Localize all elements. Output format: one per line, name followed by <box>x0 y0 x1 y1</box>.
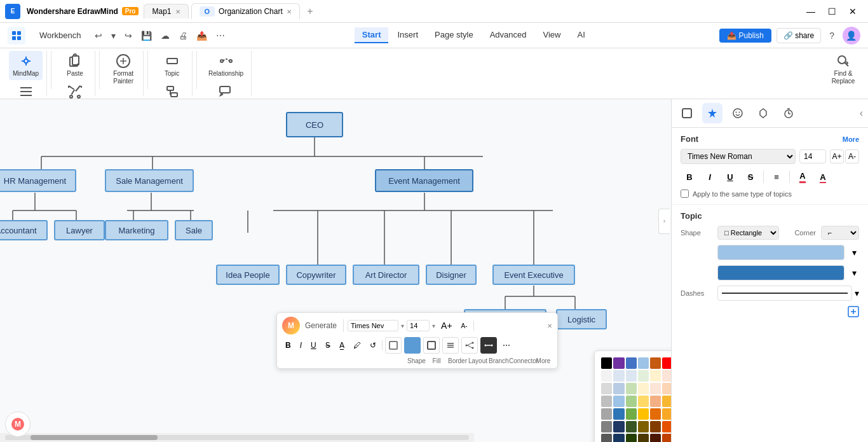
align-btn[interactable]: ≡ <box>768 168 785 186</box>
find-replace-button[interactable]: Find &Replace <box>827 51 859 88</box>
ft-close[interactable]: ✕ <box>547 322 552 329</box>
panel-tab-style[interactable] <box>753 103 773 123</box>
cloud-button[interactable]: ☁ <box>158 29 173 43</box>
dashes-dropdown[interactable]: ▾ <box>855 288 859 298</box>
palette-cell[interactable] <box>613 370 624 382</box>
highlight-btn[interactable]: A <box>814 168 832 186</box>
palette-cell[interactable] <box>638 421 649 432</box>
palette-cell[interactable] <box>662 434 671 442</box>
close-button[interactable]: ✕ <box>843 4 863 19</box>
fill-dropdown[interactable]: ▾ <box>850 247 859 258</box>
ft-connector-btn[interactable] <box>480 337 497 354</box>
ft-font-size-input[interactable] <box>407 320 430 331</box>
palette-cell[interactable] <box>613 396 624 407</box>
help-button[interactable]: ? <box>826 29 837 43</box>
ft-generate-label[interactable]: Generate <box>302 320 339 331</box>
ft-reset[interactable]: ↺ <box>367 340 379 351</box>
menu-start[interactable]: Start <box>355 27 389 43</box>
more-button[interactable]: ⋯ <box>213 29 228 43</box>
color-lightblue[interactable] <box>638 357 649 369</box>
ft-border-btn[interactable] <box>423 337 440 354</box>
ft-color[interactable]: A̲ <box>336 340 348 351</box>
palette-cell[interactable] <box>601 408 612 420</box>
palette-cell[interactable] <box>613 408 624 420</box>
font-family-select[interactable]: Times New Roman Arial Helvetica <box>681 149 796 164</box>
save-button[interactable]: 💾 <box>138 29 155 43</box>
palette-cell[interactable] <box>662 421 671 432</box>
publish-button[interactable]: 📤 Publish <box>719 29 771 43</box>
node-event-exec[interactable]: Event Executive <box>492 265 575 285</box>
collapse-panel-button[interactable]: › <box>658 209 670 234</box>
node-logistic[interactable]: Logistic <box>556 309 607 329</box>
strikethrough-btn[interactable]: S <box>742 168 759 186</box>
palette-cell[interactable] <box>601 434 612 442</box>
palette-cell[interactable] <box>626 408 637 420</box>
palette-cell[interactable] <box>626 434 637 442</box>
tab-org-chart[interactable]: O Organization Chart ✕ <box>191 3 300 19</box>
palette-cell[interactable] <box>662 370 671 382</box>
decrease-font-btn[interactable]: A- <box>845 149 859 163</box>
ft-font-family-input[interactable] <box>348 320 398 331</box>
ft-bold[interactable]: B <box>282 340 294 351</box>
palette-cell[interactable] <box>613 434 624 442</box>
menu-ai[interactable]: AI <box>569 27 592 43</box>
undo-dropdown[interactable]: ▾ <box>108 29 119 43</box>
corner-select[interactable]: ⌐ r <box>821 226 859 240</box>
panel-tab-shape[interactable] <box>677 103 697 123</box>
mindmap-view-button[interactable]: MindMap <box>9 51 43 80</box>
ft-size-dropdown[interactable]: ▾ <box>432 322 435 329</box>
node-sale-mgmt[interactable]: Sale Management <box>105 169 194 192</box>
canvas[interactable]: CEO HR Management Sale Management Event … <box>0 99 671 442</box>
node-ceo[interactable]: CEO <box>286 112 343 137</box>
palette-cell[interactable] <box>650 408 661 420</box>
node-art-director[interactable]: Art Director <box>353 265 419 285</box>
palette-cell[interactable] <box>626 370 637 382</box>
palette-cell[interactable] <box>601 383 612 394</box>
font-size-input[interactable] <box>799 149 826 163</box>
increase-font-btn[interactable]: A+ <box>830 149 844 163</box>
ft-branch-btn[interactable] <box>461 337 478 354</box>
new-tab-button[interactable]: + <box>302 4 318 19</box>
node-marketing[interactable]: Marketing <box>105 220 168 240</box>
bottom-scrollbar[interactable] <box>0 433 474 442</box>
ft-more-btn[interactable]: ⋯ <box>499 340 513 351</box>
node-sale[interactable]: Sale <box>175 220 213 240</box>
bold-btn[interactable]: B <box>681 168 698 186</box>
ft-underline[interactable]: U <box>308 340 320 351</box>
apply-same-type-checkbox[interactable] <box>681 190 689 198</box>
menu-advanced[interactable]: Advanced <box>482 27 534 43</box>
palette-cell[interactable] <box>638 370 649 382</box>
ft-decrease-font[interactable]: A- <box>458 321 471 331</box>
panel-tab-timer[interactable] <box>778 103 799 123</box>
font-color-btn[interactable]: A <box>794 168 811 186</box>
palette-cell[interactable] <box>638 434 649 442</box>
palette-cell[interactable] <box>601 370 612 382</box>
underline-btn[interactable]: U <box>721 168 739 186</box>
color-purple[interactable] <box>613 357 624 369</box>
palette-cell[interactable] <box>650 383 661 394</box>
palette-cell[interactable] <box>650 370 661 382</box>
scrollbar-thumb[interactable] <box>31 435 158 440</box>
node-disigner[interactable]: Disigner <box>426 265 477 285</box>
menu-view[interactable]: View <box>536 27 569 43</box>
palette-cell[interactable] <box>650 396 661 407</box>
ft-highlight[interactable]: 🖊 <box>350 340 364 351</box>
node-hr[interactable]: HR Management <box>0 169 76 192</box>
print-button[interactable]: 🖨 <box>175 29 191 43</box>
border-dropdown[interactable]: ▾ <box>850 268 859 278</box>
topic-button[interactable]: Topic <box>156 51 188 80</box>
relationship-button[interactable]: Relationship <box>205 51 247 80</box>
shape-select[interactable]: □ Rectangle ○ Ellipse ◇ Diamond <box>717 226 779 240</box>
ft-layout-btn[interactable] <box>442 337 459 354</box>
palette-cell[interactable] <box>601 421 612 432</box>
color-orange[interactable] <box>650 357 661 369</box>
node-idea-people[interactable]: Idea People <box>216 265 280 285</box>
ft-italic[interactable]: I <box>297 340 305 351</box>
palette-cell[interactable] <box>650 434 661 442</box>
palette-cell[interactable] <box>613 421 624 432</box>
minimize-button[interactable]: — <box>800 4 822 19</box>
ft-increase-font[interactable]: A+ <box>438 319 456 332</box>
menu-page-style[interactable]: Page style <box>427 27 481 43</box>
ft-font-dropdown[interactable]: ▾ <box>401 322 404 329</box>
scrollbar-track[interactable] <box>5 435 469 440</box>
